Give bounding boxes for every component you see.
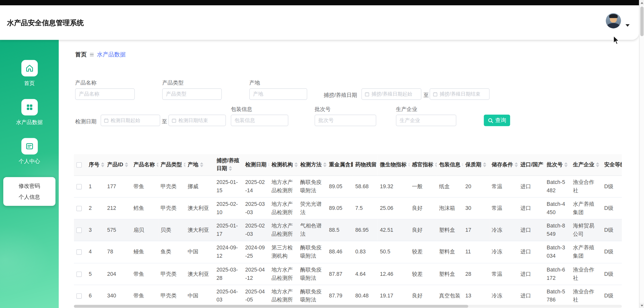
- row-checkbox[interactable]: [76, 250, 82, 255]
- column-header-10[interactable]: 药物残留: [353, 154, 377, 175]
- manufacturer-input[interactable]: [396, 115, 456, 126]
- test-date-start-input[interactable]: [111, 118, 157, 123]
- column-header-4[interactable]: 产地: [185, 154, 214, 175]
- catch-date-end-field[interactable]: [430, 88, 490, 100]
- row-checkbox[interactable]: [76, 206, 82, 211]
- breadcrumb-current[interactable]: 水产品数据: [97, 51, 126, 58]
- column-header-6[interactable]: 检测日期: [243, 154, 269, 175]
- product-name-input[interactable]: [75, 88, 135, 100]
- calendar-icon: [433, 91, 438, 97]
- main-content: 首页 水产品数据 产品名称 产品类型 产地 捕捞/养殖日期 至 检测日期 至: [59, 40, 639, 308]
- sort-icon[interactable]: [295, 162, 298, 167]
- sort-icon[interactable]: [515, 162, 518, 167]
- sort-icon[interactable]: [200, 162, 203, 167]
- catch-date-end-input[interactable]: [440, 91, 487, 97]
- table-cell: 88.46: [327, 241, 353, 263]
- scroll-down-button[interactable]: [639, 303, 644, 308]
- grid-icon: [21, 99, 37, 115]
- search-button[interactable]: 查询: [484, 115, 510, 126]
- row-checkbox[interactable]: [76, 272, 82, 277]
- table-cell: 贝类: [158, 219, 185, 241]
- table-cell: 带鱼: [131, 175, 158, 197]
- column-header-13[interactable]: 包装信息: [437, 154, 463, 175]
- row-checkbox[interactable]: [76, 293, 82, 299]
- checkbox-cell: [74, 263, 86, 285]
- column-header-8[interactable]: 检测方法: [298, 154, 327, 175]
- column-header-9[interactable]: 重金属含量: [327, 154, 353, 175]
- user-menu-caret-icon[interactable]: [626, 24, 630, 27]
- scroll-up-button[interactable]: [639, 0, 644, 5]
- top-black-strip: [0, 0, 639, 5]
- test-date-label: 检测日期: [75, 118, 97, 125]
- row-checkbox[interactable]: [76, 228, 82, 233]
- table-cell: 气相色谱法: [298, 219, 327, 241]
- column-header-19[interactable]: 安全等级: [602, 154, 622, 175]
- sort-icon[interactable]: [408, 162, 410, 167]
- select-all-checkbox[interactable]: [76, 162, 82, 168]
- vertical-scrollbar[interactable]: [639, 0, 644, 308]
- table-cell: 常温: [489, 197, 518, 219]
- test-date-start-field[interactable]: [101, 115, 160, 126]
- packaging-input[interactable]: [231, 115, 289, 126]
- table-cell: 28: [463, 263, 489, 285]
- column-header-5[interactable]: 捕捞/养殖日期: [214, 154, 243, 175]
- horizontal-scrollbar-thumb[interactable]: [74, 305, 468, 307]
- test-date-end-field[interactable]: [168, 115, 226, 126]
- column-header-7[interactable]: 检测机构: [269, 154, 298, 175]
- column-header-17[interactable]: 批次号: [544, 154, 570, 175]
- column-header-1[interactable]: 产品ID: [105, 154, 131, 175]
- user-avatar[interactable]: [606, 13, 621, 28]
- sort-icon[interactable]: [323, 162, 327, 167]
- catch-date-start-field[interactable]: [361, 88, 421, 100]
- sort-icon[interactable]: [596, 162, 599, 167]
- table-cell: 较差: [410, 263, 437, 285]
- test-date-end-input[interactable]: [178, 118, 223, 123]
- column-header-2[interactable]: 产品名称: [131, 154, 158, 175]
- table-cell: 地方水产品检测所: [269, 175, 298, 197]
- column-header-0[interactable]: 序号: [86, 154, 105, 175]
- sort-icon[interactable]: [564, 162, 568, 167]
- column-header-16[interactable]: 进口/国产: [518, 154, 544, 175]
- column-header-12[interactable]: 感官指标: [410, 154, 437, 175]
- column-header-18[interactable]: 生产企业: [571, 154, 602, 175]
- column-header-label: 检测方法: [300, 161, 321, 167]
- table-cell: 中国: [185, 241, 214, 263]
- sort-icon[interactable]: [483, 162, 486, 167]
- vertical-scrollbar-thumb[interactable]: [640, 7, 643, 36]
- table-cell: 常温: [489, 175, 518, 197]
- sort-icon[interactable]: [462, 162, 463, 167]
- table-cell: 进口: [518, 219, 544, 241]
- table-cell: 冷冻: [489, 241, 518, 263]
- product-type-input[interactable]: [162, 88, 222, 100]
- catch-date-start-input[interactable]: [372, 91, 418, 97]
- origin-input[interactable]: [249, 88, 307, 100]
- sort-icon[interactable]: [184, 162, 185, 167]
- table-cell: 2025-04-05: [243, 285, 269, 307]
- table-cell: 78: [105, 241, 131, 263]
- column-header-14[interactable]: 保质期: [463, 154, 489, 175]
- sort-icon[interactable]: [268, 162, 269, 167]
- submenu-item-personal-info[interactable]: 个人信息: [3, 191, 55, 203]
- horizontal-scrollbar[interactable]: [74, 305, 622, 307]
- sidebar-item-profile[interactable]: 个人中心: [0, 138, 59, 165]
- sidebar-item-home[interactable]: 首页: [0, 60, 59, 87]
- sort-icon[interactable]: [435, 162, 437, 167]
- submenu-item-change-password[interactable]: 修改密码: [3, 180, 55, 191]
- sort-icon[interactable]: [156, 162, 158, 167]
- batch-no-input[interactable]: [315, 115, 376, 126]
- breadcrumb-home[interactable]: 首页: [75, 51, 87, 58]
- avatar-hair: [609, 14, 618, 18]
- column-header-15[interactable]: 储存条件: [489, 154, 518, 175]
- sort-icon[interactable]: [101, 162, 104, 167]
- column-header-3[interactable]: 产品类型: [158, 154, 185, 175]
- sort-icon[interactable]: [125, 162, 128, 167]
- table-cell: 25.06: [377, 197, 409, 219]
- sidebar-item-label: 首页: [0, 80, 59, 87]
- table-cell: 80.48: [353, 285, 377, 307]
- sidebar-item-aquatic-data[interactable]: 水产品数据: [0, 99, 59, 126]
- table-cell: 7.5: [353, 197, 377, 219]
- row-checkbox[interactable]: [76, 184, 82, 189]
- sort-icon[interactable]: [229, 166, 232, 171]
- column-header-11[interactable]: 微生物指标: [377, 154, 409, 175]
- table-cell: 甲壳类: [158, 263, 185, 285]
